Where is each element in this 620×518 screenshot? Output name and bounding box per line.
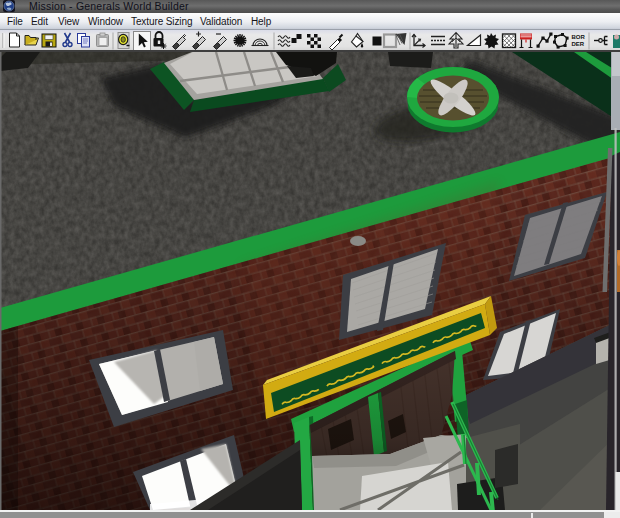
svg-text:BOR: BOR [572, 34, 586, 40]
svg-text:DER: DER [572, 41, 585, 47]
